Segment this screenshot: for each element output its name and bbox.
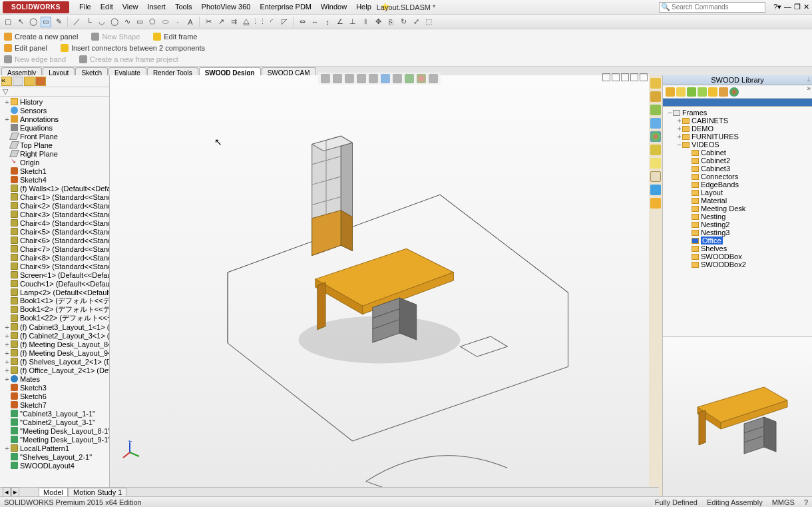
tool-3dsketch[interactable]: ⬚ xyxy=(423,17,434,27)
menu-view[interactable]: View xyxy=(118,3,143,11)
lib-node-cabinet3[interactable]: Cabinet3 xyxy=(664,165,811,173)
cmd-create-a-new-panel[interactable]: Create a new panel xyxy=(4,33,78,41)
tool-lasso[interactable]: ◯ xyxy=(28,17,39,27)
tree-node[interactable]: Couch<1> (Default<<Default>_D xyxy=(0,279,109,288)
tree-node[interactable]: Chair<8> (Standard<<Standard xyxy=(0,253,109,262)
taskpane-swood-b-icon[interactable] xyxy=(650,171,661,182)
menu-help[interactable]: Help xyxy=(351,3,376,11)
feature-filter[interactable]: ▽ xyxy=(0,87,109,97)
expand-icon[interactable]: + xyxy=(676,125,682,133)
viewport-single-icon[interactable] xyxy=(602,73,610,81)
tool-pattern[interactable]: ⋮⋮ xyxy=(254,17,264,27)
tree-node[interactable]: Chair<4> (Standard<<Standard xyxy=(0,219,109,227)
tree-node[interactable]: Book1<2> (デフォルト<<デフォルト xyxy=(0,305,109,314)
tool-spline[interactable]: ∿ xyxy=(122,17,132,27)
tree-node[interactable]: "Meeting Desk_Layout_8-1" xyxy=(0,426,109,435)
expand-icon[interactable]: + xyxy=(4,375,10,383)
tool-move[interactable]: ✥ xyxy=(373,17,383,27)
fm-tab-config[interactable] xyxy=(24,77,35,86)
menu-window[interactable]: Window xyxy=(316,3,351,11)
tree-node[interactable]: +LocalLPattern1 xyxy=(0,444,109,452)
tree-node[interactable]: +History xyxy=(0,97,109,106)
tree-node[interactable]: Right Plane xyxy=(0,149,109,158)
tree-node[interactable]: +(f) Shelves_Layout_2<1> (Defaul xyxy=(0,357,109,366)
tool-copy[interactable]: ⎘ xyxy=(385,17,396,27)
tool-slot[interactable]: ⬭ xyxy=(160,17,170,27)
lib-icon-3[interactable] xyxy=(687,87,696,97)
expand-icon[interactable]: + xyxy=(4,444,10,452)
tree-node[interactable]: +(f) Meeting Desk_Layout_9<1> (D xyxy=(0,348,109,357)
bottom-tab-nav2-icon[interactable]: ▸ xyxy=(11,487,19,497)
tool-offset[interactable]: ⇉ xyxy=(228,17,239,27)
tree-node[interactable]: Equations xyxy=(0,123,109,132)
library-pin-icon[interactable]: ⟂ xyxy=(807,75,811,83)
taskpane-design-icon[interactable] xyxy=(650,105,661,115)
menu-enterprise-pdm[interactable]: Enterprise PDM xyxy=(255,3,316,11)
status-help-icon[interactable]: ? xyxy=(804,498,808,506)
zoom-fit-icon[interactable] xyxy=(321,74,330,83)
lib-icon-4[interactable] xyxy=(698,87,707,97)
tool-rect[interactable]: ▭ xyxy=(134,17,145,27)
lib-icon-5[interactable] xyxy=(708,87,717,97)
lib-node-demo[interactable]: +DEMO xyxy=(664,125,811,133)
tool-trim[interactable]: ✂ xyxy=(203,17,214,27)
tool-text[interactable]: A xyxy=(185,17,196,27)
lib-node-layout[interactable]: Layout xyxy=(664,189,811,197)
display-style-icon[interactable] xyxy=(381,74,390,83)
tool-chamfer[interactable]: ◸ xyxy=(279,17,290,27)
lib-node-cabinet[interactable]: Cabinet xyxy=(664,149,811,157)
tree-node[interactable]: Sketch1 xyxy=(0,167,109,175)
tool-point[interactable]: · xyxy=(172,17,183,27)
tree-node[interactable]: Chair<7> (Standard<<Standard xyxy=(0,245,109,253)
cmd-edit-frame[interactable]: Edit frame xyxy=(153,33,197,41)
close-icon[interactable]: ✕ xyxy=(803,3,809,11)
tree-node[interactable]: +(f) Meeting Desk_Layout_8<1> (D xyxy=(0,340,109,348)
search-input[interactable] xyxy=(672,3,763,11)
lib-node-cabinet2[interactable]: Cabinet2 xyxy=(664,157,811,165)
tree-node[interactable]: Chair<5> (Standard<<Standard xyxy=(0,227,109,236)
graphics-viewport[interactable]: ↖ xyxy=(110,75,649,496)
tree-node[interactable]: "Cabinet3_Layout_1-1" xyxy=(0,409,109,418)
tree-node[interactable]: +(f) Office_Layout_2<1> (Default- xyxy=(0,366,109,374)
lib-node-swoodbox[interactable]: SWOODBox xyxy=(664,253,811,260)
tree-node[interactable]: (f) Walls<1> (Default<<Default xyxy=(0,184,109,193)
lib-node-frames[interactable]: −Frames xyxy=(664,109,811,117)
expand-icon[interactable]: − xyxy=(676,141,682,149)
section-view-icon[interactable] xyxy=(357,74,366,83)
tree-node[interactable]: Sketch6 xyxy=(0,392,109,400)
scene-icon[interactable] xyxy=(405,74,414,83)
viewport-close-icon[interactable] xyxy=(640,73,648,81)
help-icon[interactable]: ?▾ xyxy=(773,3,781,11)
lib-node-nesting[interactable]: Nesting xyxy=(664,213,811,221)
tool-mirror[interactable]: ⧋ xyxy=(241,17,252,27)
lib-node-swoodbox2[interactable]: SWOODBox2 xyxy=(664,260,811,268)
tool-arc[interactable]: ◡ xyxy=(97,17,107,27)
lib-icon-6[interactable] xyxy=(719,87,728,97)
appearance-icon[interactable] xyxy=(417,74,426,83)
expand-icon[interactable]: + xyxy=(4,340,10,348)
lib-node-office[interactable]: Office xyxy=(664,237,811,245)
tree-node[interactable]: Sketch3 xyxy=(0,383,109,392)
tool-rotate[interactable]: ↻ xyxy=(398,17,409,27)
lib-icon-1[interactable] xyxy=(666,87,675,97)
taskpane-swood-a-icon[interactable] xyxy=(650,158,661,169)
expand-icon[interactable]: + xyxy=(4,98,10,106)
tree-node[interactable]: Screen<1> (Default<<Default>_ xyxy=(0,270,109,279)
taskpane-home-icon[interactable] xyxy=(650,78,661,89)
tree-node[interactable]: Sensors xyxy=(0,106,109,115)
tool-fillet[interactable]: ◜ xyxy=(266,17,277,27)
library-filter-bar[interactable] xyxy=(663,99,812,107)
cmd-insert-connectors-between-2-components[interactable]: Insert connectors between 2 components xyxy=(61,44,205,52)
status-units[interactable]: MMGS xyxy=(772,498,795,506)
expand-icon[interactable]: + xyxy=(4,323,10,331)
expand-icon[interactable]: + xyxy=(4,332,10,340)
tool-constrain[interactable]: ⫴ xyxy=(360,17,371,27)
minimize-icon[interactable]: — xyxy=(784,3,791,11)
lib-node-videos[interactable]: −VIDEOS xyxy=(664,141,811,149)
menu-photoview-360[interactable]: PhotoView 360 xyxy=(197,3,256,11)
cmd-edit-panel[interactable]: Edit panel xyxy=(4,44,47,52)
taskpane-swood-c-icon[interactable] xyxy=(650,185,661,195)
tool-circle[interactable]: ◯ xyxy=(109,17,120,27)
hide-show-icon[interactable] xyxy=(393,74,402,83)
tree-node[interactable]: "Cabinet2_Layout_3-1" xyxy=(0,418,109,426)
